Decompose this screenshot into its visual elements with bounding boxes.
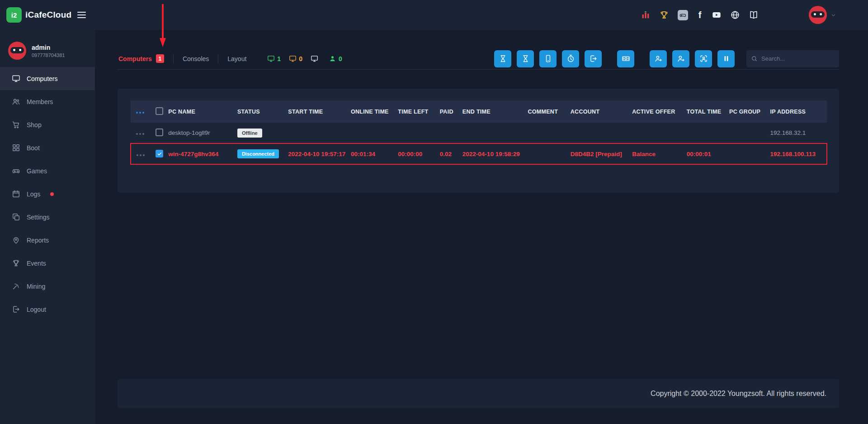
hourglass-start-button[interactable]	[494, 50, 511, 67]
tab-label: Consoles	[183, 55, 209, 62]
sidebar-item-settings[interactable]: Settings	[0, 205, 95, 229]
table-row-selected[interactable]: win-4727g8hv364 Disconnected 2022-04-10 …	[131, 143, 827, 164]
col-time-left: TIME LEFT	[398, 100, 439, 123]
sidebar-profile: admin 097778704381	[0, 38, 95, 67]
sidebar-item-logout[interactable]: Logout	[0, 298, 95, 321]
app-root: i2 iCafeCloud f admin 097	[0, 0, 868, 424]
check-out-button[interactable]	[585, 50, 602, 67]
search-input[interactable]	[761, 55, 835, 62]
tab-consoles[interactable]: Consoles	[174, 55, 218, 62]
end-time-cell	[462, 123, 528, 143]
hourglass-icon	[521, 54, 530, 63]
pickaxe-icon	[12, 282, 20, 291]
add-guest-button[interactable]	[672, 50, 689, 67]
mobile-icon	[544, 54, 552, 63]
select-all-checkbox[interactable]	[156, 107, 163, 115]
end-time-cell: 2022-04-10 19:58:29	[462, 143, 528, 164]
sidebar-item-mining[interactable]: Mining	[0, 275, 95, 298]
avatar	[8, 42, 26, 60]
status-badge: Disconnected	[237, 149, 279, 158]
sidebar-item-shop[interactable]: Shop	[0, 113, 95, 136]
tab-computers[interactable]: Computers 1	[118, 54, 173, 63]
col-account: ACCOUNT	[571, 100, 632, 123]
sidebar-item-games[interactable]: Games	[0, 159, 95, 182]
table-header-row: PC NAME STATUS START TIME ONLINE TIME TI…	[131, 100, 827, 123]
col-status: STATUS	[237, 100, 288, 123]
monitor-icon	[311, 55, 318, 62]
sidebar-item-label: Settings	[27, 214, 50, 221]
check-icon	[157, 151, 162, 157]
menu-toggle-button[interactable]	[77, 10, 86, 20]
row-checkbox-checked[interactable]	[156, 150, 163, 157]
promo-icon[interactable]	[641, 10, 651, 20]
sidebar-item-label: Reports	[27, 237, 49, 244]
sidebar-item-label: Computers	[27, 75, 57, 82]
status-badge: Offline	[237, 129, 262, 138]
topbar: i2 iCafeCloud f	[0, 0, 868, 30]
copyright-text: Copyright © 2000-2022 Youngzsoft. All ri…	[651, 390, 826, 398]
col-ip-address: IP ADDRESS	[770, 100, 827, 123]
sidebar-item-events[interactable]: Events	[0, 252, 95, 275]
trophy-icon[interactable]	[659, 10, 669, 20]
youtube-icon[interactable]	[712, 10, 722, 20]
sidebar-item-label: Members	[27, 98, 53, 105]
tab-bar: Computers 1 Consoles Layout 1	[118, 48, 839, 70]
copy-icon	[12, 213, 20, 221]
footer: Copyright © 2000-2022 Youngzsoft. All ri…	[118, 379, 839, 408]
tab-label: Computers	[118, 55, 152, 62]
cash-button[interactable]	[617, 50, 634, 67]
sidebar-item-logs[interactable]: Logs	[0, 182, 95, 205]
computers-table-card: PC NAME STATUS START TIME ONLINE TIME TI…	[118, 89, 839, 193]
user-menu[interactable]	[809, 6, 836, 24]
comment-cell	[528, 123, 570, 143]
pc-group-cell	[729, 143, 770, 164]
pause-button[interactable]	[717, 50, 735, 67]
hourglass-icon	[499, 54, 507, 63]
pin-icon	[12, 236, 20, 244]
computers-table: PC NAME STATUS START TIME ONLINE TIME TI…	[130, 100, 827, 165]
topbar-left: i2 iCafeCloud	[0, 7, 95, 23]
hourglass-stop-button[interactable]	[517, 50, 534, 67]
avatar[interactable]	[809, 6, 827, 24]
notification-dot	[50, 192, 54, 196]
tab-count-badge: 1	[156, 54, 164, 63]
docs-icon[interactable]	[749, 10, 759, 20]
user-icon	[329, 55, 336, 62]
sidebar-item-members[interactable]: Members	[0, 90, 95, 113]
sidebar-item-label: Games	[27, 167, 47, 175]
cart-icon	[12, 120, 20, 129]
sidebar-item-computers[interactable]: Computers	[0, 67, 95, 90]
gamepad-icon	[12, 167, 20, 175]
mobile-button[interactable]	[539, 50, 557, 67]
sidebar-nav: Computers Members Shop Boot Games	[0, 67, 95, 321]
start-time-cell: 2022-04-10 19:57:17	[288, 143, 351, 164]
tab-layout[interactable]: Layout	[218, 55, 255, 62]
timer-button[interactable]	[562, 50, 579, 67]
add-member-button[interactable]	[650, 50, 667, 67]
scan-icon	[699, 54, 708, 63]
logout-icon	[12, 305, 20, 314]
total-time-cell	[687, 123, 729, 143]
ip-address-cell: 192.168.100.113	[770, 143, 827, 164]
pc-name-cell: desktop-1ogll9r	[168, 123, 237, 143]
users-icon	[12, 97, 20, 106]
col-active-offer: ACTIVE OFFER	[632, 100, 686, 123]
tab-label: Layout	[227, 55, 246, 62]
main-content: Computers 1 Consoles Layout 1	[95, 30, 868, 424]
facebook-icon[interactable]: f	[697, 10, 703, 20]
pause-icon	[722, 54, 731, 63]
row-actions-dots[interactable]	[137, 154, 145, 156]
globe-icon[interactable]	[730, 10, 740, 20]
face-scan-button[interactable]	[695, 50, 712, 67]
sidebar-item-boot[interactable]: Boot	[0, 136, 95, 159]
row-checkbox[interactable]	[156, 129, 163, 136]
discord-icon[interactable]	[678, 10, 688, 20]
sidebar-item-reports[interactable]: Reports	[0, 229, 95, 252]
user-plus-icon	[654, 54, 663, 63]
time-left-cell	[398, 123, 439, 143]
row-actions-dots[interactable]	[136, 133, 144, 135]
account-cell: D8D4B2 [Prepaid]	[571, 143, 632, 164]
table-row[interactable]: desktop-1ogll9r Offline	[131, 123, 827, 143]
grid-icon	[12, 143, 20, 152]
header-actions-dots[interactable]	[136, 112, 144, 114]
